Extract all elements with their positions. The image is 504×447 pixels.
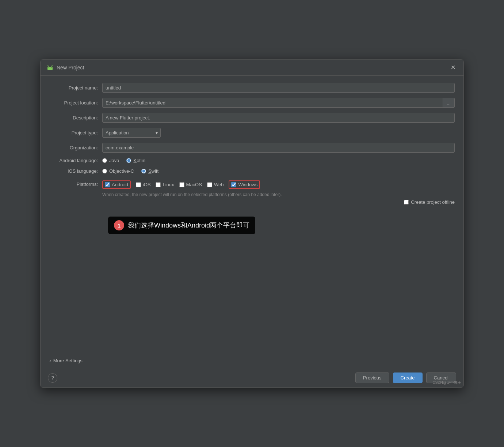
swift-radio[interactable] [141, 169, 146, 173]
platforms-group-container: Android iOS Linux MacOS [102, 180, 455, 205]
linux-platform-label: Linux [163, 182, 174, 187]
browse-button[interactable]: ... [443, 98, 455, 108]
location-input-group: ... [102, 98, 455, 108]
objc-radio[interactable] [102, 169, 107, 173]
platforms-label: Platforms: [49, 180, 102, 187]
more-settings-chevron: › [49, 358, 51, 363]
watermark: CSDN@龙中舞王 [433, 380, 462, 385]
project-location-label: Project location: [49, 100, 102, 106]
organization-label: Organization: [49, 145, 102, 150]
create-offline-label: Create project offline [411, 199, 455, 205]
swift-label: Swift [148, 168, 159, 174]
windows-platform-label: Windows [238, 182, 257, 187]
close-button[interactable]: ✕ [448, 63, 458, 72]
ios-language-row: iOS language: Objective-C Swift [49, 168, 455, 174]
linux-checkbox[interactable] [156, 182, 161, 187]
ios-checkbox[interactable] [136, 182, 141, 187]
project-type-label: Project type: [49, 130, 102, 135]
organization-row: Organization: [49, 143, 455, 153]
create-button[interactable]: Create [393, 372, 423, 383]
title-bar: New Project ✕ [41, 60, 463, 76]
svg-point-1 [49, 67, 49, 68]
more-settings-label: More Settings [53, 358, 83, 363]
new-project-dialog: New Project ✕ Project name: Project loca… [40, 59, 464, 388]
objc-radio-item[interactable]: Objective-C [102, 168, 134, 174]
offline-row: Create project offline [102, 199, 455, 205]
web-checkbox-item[interactable]: Web [207, 182, 224, 187]
tooltip-bubble: 1 我们选择Windows和Android两个平台即可 [108, 217, 255, 234]
swift-radio-item[interactable]: Swift [141, 168, 159, 174]
macos-platform-label: MacOS [186, 182, 202, 187]
project-location-input[interactable] [102, 98, 443, 108]
linux-checkbox-item[interactable]: Linux [156, 182, 174, 187]
objc-label: Objective-C [109, 168, 134, 174]
ios-language-group: Objective-C Swift [102, 168, 159, 174]
platforms-checkboxes: Android iOS Linux MacOS [102, 180, 455, 189]
java-label: Java [109, 158, 119, 163]
project-name-input[interactable] [102, 83, 455, 93]
description-row: Description: [49, 113, 455, 123]
project-type-row: Project type: Application Plugin Package… [49, 128, 455, 138]
android-checkbox[interactable] [105, 182, 110, 187]
platform-hint: When created, the new project will run o… [102, 192, 282, 197]
platforms-row: Platforms: Android iOS [49, 179, 455, 205]
organization-input[interactable] [102, 143, 455, 153]
svg-point-2 [51, 67, 51, 68]
platform-hint-row: When created, the new project will run o… [102, 192, 455, 197]
android-language-group: Java Kotlin [102, 158, 145, 163]
create-offline-checkbox[interactable] [404, 200, 409, 205]
tooltip-text: 我们选择Windows和Android两个平台即可 [128, 221, 249, 230]
kotlin-radio-item[interactable]: Kotlin [126, 158, 145, 163]
dialog-title: New Project [57, 65, 448, 70]
java-radio-item[interactable]: Java [102, 158, 119, 163]
web-platform-label: Web [214, 182, 224, 187]
windows-checkbox-item[interactable]: Windows [229, 180, 260, 189]
kotlin-radio[interactable] [126, 158, 131, 163]
android-platform-label: Android [112, 182, 128, 187]
ios-language-label: iOS language: [49, 168, 102, 174]
svg-line-4 [51, 65, 52, 66]
description-input[interactable] [102, 113, 455, 123]
android-language-row: Android language: Java Kotlin [49, 158, 455, 163]
android-icon [46, 64, 54, 71]
macos-checkbox-item[interactable]: MacOS [179, 182, 202, 187]
more-settings-section[interactable]: › More Settings [41, 353, 463, 368]
java-radio[interactable] [102, 158, 107, 163]
create-offline-group[interactable]: Create project offline [404, 199, 455, 205]
svg-line-3 [48, 65, 49, 66]
project-name-label: Project name: [49, 85, 102, 91]
macos-checkbox[interactable] [179, 182, 184, 187]
project-location-row: Project location: ... [49, 98, 455, 108]
kotlin-label: Kotlin [133, 158, 145, 163]
windows-checkbox[interactable] [231, 182, 236, 187]
web-checkbox[interactable] [207, 182, 212, 187]
svg-rect-0 [47, 67, 53, 70]
project-type-select[interactable]: Application Plugin Package Module [102, 128, 161, 138]
ios-checkbox-item[interactable]: iOS [136, 182, 151, 187]
android-language-label: Android language: [49, 158, 102, 163]
android-checkbox-item[interactable]: Android [102, 180, 131, 189]
tooltip-number: 1 [114, 220, 124, 230]
form-body: Project name: Project location: ... Desc… [41, 76, 463, 285]
description-label: Description: [49, 115, 102, 121]
project-name-row: Project name: [49, 83, 455, 93]
previous-button[interactable]: Previous [355, 372, 389, 383]
ios-platform-label: iOS [143, 182, 151, 187]
help-button[interactable]: ? [48, 373, 57, 383]
project-type-select-wrapper: Application Plugin Package Module [102, 128, 161, 138]
footer: ? Previous Create Cancel [41, 368, 463, 387]
